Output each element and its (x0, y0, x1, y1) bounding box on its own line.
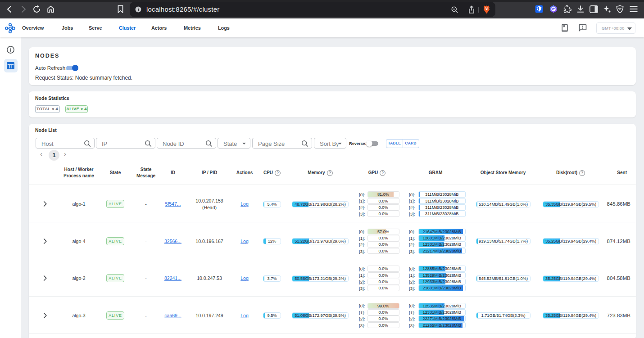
svg-text:?: ? (329, 171, 331, 175)
svg-text:?: ? (277, 171, 279, 175)
svg-text:?: ? (381, 171, 384, 175)
svg-text:?: ? (581, 171, 583, 175)
